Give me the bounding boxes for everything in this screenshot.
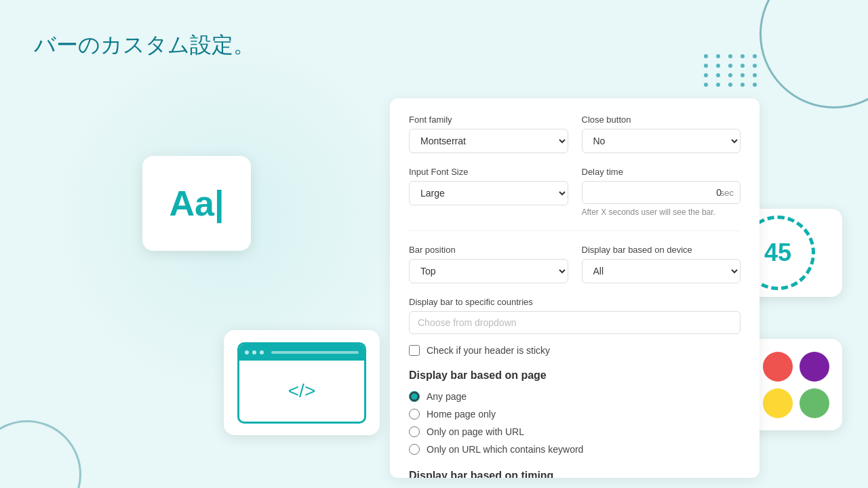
radio-keyword-page: Only on URL which contains keyword bbox=[409, 444, 741, 455]
font-preview-card: Aa| bbox=[142, 156, 251, 251]
input-font-size-label: Input Font Size bbox=[409, 167, 568, 177]
swatch-red bbox=[763, 352, 793, 382]
radio-url-page-label: Only on page with URL bbox=[427, 426, 524, 437]
font-family-group: Font family Montserrat Arial Roboto Open… bbox=[409, 115, 568, 153]
radio-keyword-page-label: Only on URL which contains keyword bbox=[427, 444, 583, 455]
delay-hint: After X seconds user will see the bar. bbox=[582, 207, 741, 217]
divider-1 bbox=[409, 230, 741, 231]
font-close-row: Font family Montserrat Arial Roboto Open… bbox=[409, 115, 741, 153]
display-device-select[interactable]: All Desktop Mobile bbox=[582, 259, 741, 283]
code-card-inner: </> bbox=[237, 342, 366, 424]
radio-keyword-page-input[interactable] bbox=[409, 444, 420, 455]
display-device-label: Display bar based on device bbox=[582, 245, 741, 255]
page-title: バーのカスタム設定。 bbox=[34, 30, 255, 60]
display-page-radio-group: Any page Home page only Only on page wit… bbox=[409, 391, 741, 455]
bar-position-select[interactable]: Top Bottom bbox=[409, 259, 568, 283]
radio-home-page-label: Home page only bbox=[427, 409, 496, 420]
code-card-body: </> bbox=[288, 361, 315, 422]
font-size-delay-row: Input Font Size Small Medium Large Delay… bbox=[409, 167, 741, 217]
delay-time-group: Delay time sec After X seconds user will… bbox=[582, 167, 741, 217]
radio-url-page-input[interactable] bbox=[409, 426, 420, 437]
display-device-group: Display bar based on device All Desktop … bbox=[582, 245, 741, 283]
timer-value: 45 bbox=[764, 239, 791, 267]
radio-home-page-input[interactable] bbox=[409, 409, 420, 420]
settings-panel: Font family Montserrat Arial Roboto Open… bbox=[390, 98, 760, 478]
bar-position-device-row: Bar position Top Bottom Display bar base… bbox=[409, 245, 741, 283]
radio-any-page-input[interactable] bbox=[409, 391, 420, 402]
display-page-title: Display bar based on page bbox=[409, 369, 741, 382]
close-button-select[interactable]: No Yes bbox=[582, 129, 741, 153]
swatch-purple bbox=[800, 352, 829, 382]
delay-input-wrapper: sec bbox=[582, 181, 741, 204]
radio-url-page: Only on page with URL bbox=[409, 426, 741, 437]
bg-circle-top-right bbox=[760, 0, 868, 108]
dot-grid-decoration bbox=[704, 54, 760, 87]
bar-position-label: Bar position bbox=[409, 245, 568, 255]
display-timing-title: Display bar based on timing bbox=[409, 470, 741, 478]
sticky-header-label: Check if your header is sticky bbox=[427, 345, 550, 356]
delay-time-input[interactable] bbox=[582, 181, 741, 204]
radio-home-page: Home page only bbox=[409, 409, 741, 420]
radio-any-page: Any page bbox=[409, 391, 741, 402]
code-preview-card: </> bbox=[224, 330, 380, 435]
close-button-label: Close button bbox=[582, 115, 741, 125]
font-preview-text: Aa| bbox=[169, 183, 224, 224]
font-family-label: Font family bbox=[409, 115, 568, 125]
font-family-select[interactable]: Montserrat Arial Roboto Open Sans bbox=[409, 129, 568, 153]
bar-position-group: Bar position Top Bottom bbox=[409, 245, 568, 283]
input-font-size-group: Input Font Size Small Medium Large bbox=[409, 167, 568, 217]
input-font-size-select[interactable]: Small Medium Large bbox=[409, 181, 568, 205]
swatch-yellow bbox=[763, 388, 793, 418]
countries-input[interactable] bbox=[409, 311, 741, 334]
radio-any-page-label: Any page bbox=[427, 391, 467, 402]
countries-group: Display bar to specific countries bbox=[409, 297, 741, 334]
bg-circle-bottom-left bbox=[0, 420, 81, 488]
delay-unit: sec bbox=[720, 188, 734, 198]
close-button-group: Close button No Yes bbox=[582, 115, 741, 153]
swatch-green bbox=[800, 388, 829, 418]
sticky-header-row: Check if your header is sticky bbox=[409, 345, 741, 356]
countries-label: Display bar to specific countries bbox=[409, 297, 741, 307]
code-card-bar bbox=[239, 344, 364, 361]
delay-time-label: Delay time bbox=[582, 167, 741, 177]
sticky-header-checkbox[interactable] bbox=[409, 345, 420, 356]
